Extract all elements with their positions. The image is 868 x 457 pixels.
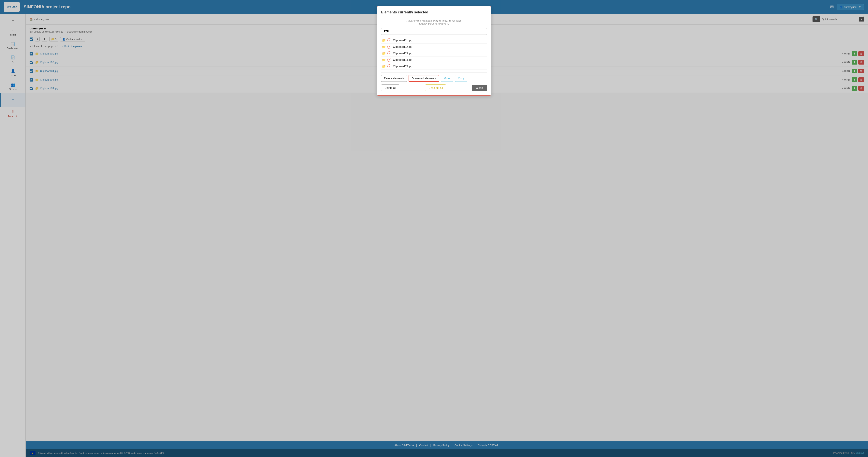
modal-folder-icon-4: 📁 (382, 58, 386, 62)
modal-bottom-actions: Delete all Unselect all Close (381, 85, 487, 91)
modal-filter-input[interactable] (381, 28, 487, 35)
modal-file-list: 📁 ✕ Clipboard01.jpg 📁 ✕ Clipboard02.jpg … (381, 37, 487, 70)
modal-file-name-3: Clipboard03.jpg (393, 52, 412, 55)
modal-remove-btn-5[interactable]: ✕ (388, 64, 392, 68)
modal-hint-line1: Hover over a resource entry to know its … (407, 19, 462, 22)
move-button[interactable]: Move (441, 75, 453, 82)
modal-remove-btn-4[interactable]: ✕ (388, 58, 392, 62)
modal-folder-icon-1: 📁 (382, 38, 386, 42)
modal-remove-btn-2[interactable]: ✕ (388, 45, 392, 49)
copy-button[interactable]: Copy (455, 75, 467, 82)
modal-file-item: 📁 ✕ Clipboard01.jpg (381, 37, 487, 44)
modal-elements-selected: Elements currently selected Hover over a… (377, 6, 491, 95)
modal-folder-icon-2: 📁 (382, 45, 386, 49)
modal-file-name-4: Clipboard04.jpg (393, 58, 412, 61)
modal-file-item: 📁 ✕ Clipboard02.jpg (381, 44, 487, 50)
modal-remove-btn-1[interactable]: ✕ (388, 38, 392, 42)
modal-file-name-1: Clipboard01.jpg (393, 39, 412, 42)
modal-title: Elements currently selected (381, 10, 487, 17)
download-elements-button[interactable]: Download elements (408, 75, 439, 82)
modal-file-item: 📁 ✕ Clipboard04.jpg (381, 57, 487, 63)
modal-file-item: 📁 ✕ Clipboard03.jpg (381, 50, 487, 57)
delete-all-button[interactable]: Delete all (381, 85, 399, 91)
unselect-all-button[interactable]: Unselect all (425, 85, 446, 91)
modal-file-name-5: Clipboard05.jpg (393, 65, 412, 68)
modal-hint-line2: Click in the X to remove it. (419, 22, 449, 25)
modal-folder-icon-5: 📁 (382, 64, 386, 68)
close-button[interactable]: Close (472, 85, 487, 91)
modal-overlay[interactable]: Elements currently selected Hover over a… (0, 0, 868, 457)
modal-remove-btn-3[interactable]: ✕ (388, 51, 392, 55)
modal-file-item: 📁 ✕ Clipboard05.jpg (381, 63, 487, 70)
modal-folder-icon-3: 📁 (382, 52, 386, 55)
delete-elements-button[interactable]: Delete elements (381, 75, 407, 82)
modal-file-name-2: Clipboard02.jpg (393, 45, 412, 48)
modal-action-buttons: Delete elements Download elements Move C… (381, 73, 487, 82)
modal-hint: Hover over a resource entry to know its … (381, 19, 487, 25)
